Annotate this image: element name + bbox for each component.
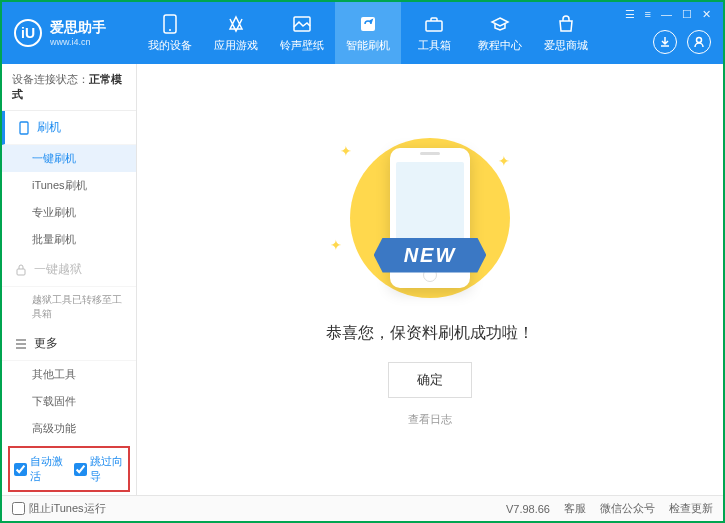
sidebar-item-other-tools[interactable]: 其他工具 (2, 361, 136, 388)
view-log-link[interactable]: 查看日志 (408, 412, 452, 427)
checkbox-input[interactable] (14, 463, 27, 476)
nav-label: 工具箱 (418, 38, 451, 53)
phone-icon (17, 121, 31, 135)
wechat-link[interactable]: 微信公众号 (600, 501, 655, 516)
store-icon (556, 14, 576, 34)
confirm-button[interactable]: 确定 (388, 362, 472, 398)
sidebar-item-itunes-flash[interactable]: iTunes刷机 (2, 172, 136, 199)
phone-icon (160, 14, 180, 34)
nav-label: 我的设备 (148, 38, 192, 53)
nav-label: 教程中心 (478, 38, 522, 53)
wallpaper-icon (292, 14, 312, 34)
main-content: ✦ ✦ ✦ NEW 恭喜您，保资料刷机成功啦！ 确定 查看日志 (137, 64, 723, 495)
nav-flash[interactable]: 智能刷机 (335, 2, 401, 64)
svg-rect-4 (426, 21, 442, 31)
flash-icon (358, 14, 378, 34)
new-ribbon: NEW (374, 238, 487, 273)
sidebar-item-pro-flash[interactable]: 专业刷机 (2, 199, 136, 226)
group-label: 刷机 (37, 119, 61, 136)
svg-point-5 (697, 38, 702, 43)
main-nav: 我的设备 应用游戏 铃声壁纸 智能刷机 工具箱 教程中心 (137, 2, 599, 64)
checkbox-skip-guide[interactable]: 跳过向导 (74, 454, 124, 484)
group-label: 更多 (34, 335, 58, 352)
sidebar-item-oneclick-flash[interactable]: 一键刷机 (2, 145, 136, 172)
connection-status: 设备连接状态：正常模式 (2, 64, 136, 111)
group-label: 一键越狱 (34, 261, 82, 278)
footer: 阻止iTunes运行 V7.98.66 客服 微信公众号 检查更新 (2, 495, 723, 521)
sidebar-item-batch-flash[interactable]: 批量刷机 (2, 226, 136, 253)
download-button[interactable] (653, 30, 677, 54)
sidebar-group-flash[interactable]: 刷机 (2, 111, 136, 145)
nav-label: 智能刷机 (346, 38, 390, 53)
sidebar-item-download-fw[interactable]: 下载固件 (2, 388, 136, 415)
brand-name: 爱思助手 (50, 19, 106, 37)
logo-icon: iU (14, 19, 42, 47)
minimize-button[interactable]: — (661, 8, 672, 20)
check-update-link[interactable]: 检查更新 (669, 501, 713, 516)
sidebar: 设备连接状态：正常模式 刷机 一键刷机 iTunes刷机 专业刷机 批量刷机 一… (2, 64, 137, 495)
nav-ringtones[interactable]: 铃声壁纸 (269, 2, 335, 64)
svg-rect-7 (17, 269, 25, 275)
apps-icon (226, 14, 246, 34)
toolbox-icon (424, 14, 444, 34)
success-message: 恭喜您，保资料刷机成功啦！ (326, 323, 534, 344)
user-button[interactable] (687, 30, 711, 54)
sparkle-icon: ✦ (498, 153, 510, 169)
close-button[interactable]: ✕ (702, 8, 711, 21)
svg-rect-6 (20, 122, 28, 134)
nav-label: 铃声壁纸 (280, 38, 324, 53)
app-header: iU 爱思助手 www.i4.cn 我的设备 应用游戏 铃声壁纸 智能刷机 (2, 2, 723, 64)
sidebar-group-jailbreak[interactable]: 一键越狱 (2, 253, 136, 287)
checkbox-input[interactable] (12, 502, 25, 515)
nav-toolbox[interactable]: 工具箱 (401, 2, 467, 64)
nav-my-device[interactable]: 我的设备 (137, 2, 203, 64)
sparkle-icon: ✦ (340, 143, 352, 159)
skin-icon[interactable]: ≡ (645, 8, 651, 20)
sparkle-icon: ✦ (330, 237, 342, 253)
svg-point-1 (169, 29, 171, 31)
version-label: V7.98.66 (506, 503, 550, 515)
lock-icon (14, 263, 28, 277)
menu-icon[interactable]: ☰ (625, 8, 635, 21)
jailbreak-note: 越狱工具已转移至工具箱 (2, 287, 136, 327)
nav-label: 爱思商城 (544, 38, 588, 53)
nav-apps[interactable]: 应用游戏 (203, 2, 269, 64)
customer-service-link[interactable]: 客服 (564, 501, 586, 516)
nav-label: 应用游戏 (214, 38, 258, 53)
sidebar-item-advanced[interactable]: 高级功能 (2, 415, 136, 442)
sidebar-group-more[interactable]: 更多 (2, 327, 136, 361)
brand-url: www.i4.cn (50, 37, 106, 47)
success-illustration: ✦ ✦ ✦ NEW (320, 133, 540, 303)
checkbox-auto-activate[interactable]: 自动激活 (14, 454, 64, 484)
maximize-button[interactable]: ☐ (682, 8, 692, 21)
status-label: 设备连接状态： (12, 73, 89, 85)
checkbox-input[interactable] (74, 463, 87, 476)
tutorial-icon (490, 14, 510, 34)
block-itunes-checkbox[interactable]: 阻止iTunes运行 (12, 501, 106, 516)
nav-store[interactable]: 爱思商城 (533, 2, 599, 64)
options-highlight-box: 自动激活 跳过向导 (8, 446, 130, 492)
more-icon (14, 337, 28, 351)
brand: iU 爱思助手 www.i4.cn (2, 19, 137, 47)
nav-tutorials[interactable]: 教程中心 (467, 2, 533, 64)
